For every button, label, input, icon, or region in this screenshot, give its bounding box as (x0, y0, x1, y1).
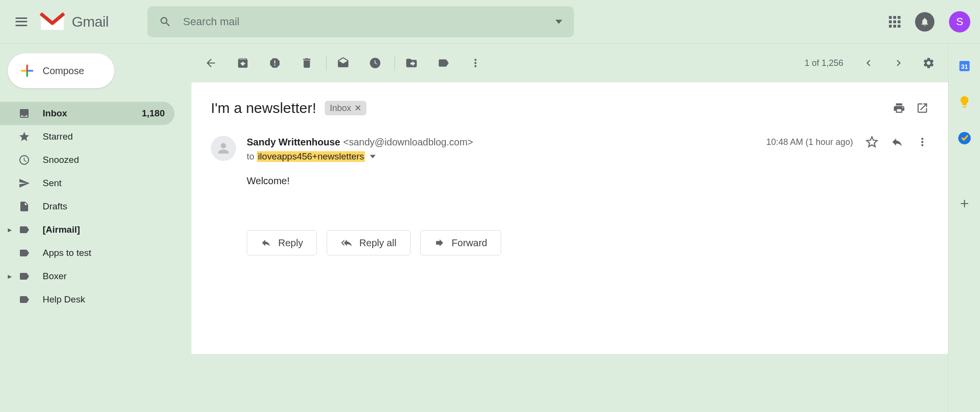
message-timestamp: 10:48 AM (1 hour ago) (766, 137, 853, 147)
chip-label: Inbox (330, 103, 351, 113)
notifications-button[interactable] (915, 12, 934, 32)
recipient-details-dropdown[interactable] (370, 155, 376, 158)
folder-label: Sent (43, 178, 165, 189)
chip-remove-icon[interactable]: ✕ (354, 103, 362, 113)
gmail-logo[interactable]: Gmail (39, 12, 109, 32)
compose-button[interactable]: Compose (8, 53, 114, 88)
mark-unread-button[interactable] (333, 53, 353, 73)
svg-rect-0 (26, 65, 28, 70)
folder-label: Help Desk (43, 294, 165, 305)
folder-apps-to-test[interactable]: Apps to test (0, 241, 174, 265)
inbox-icon (17, 107, 31, 120)
message-subject: I'm a newsletter! (211, 100, 316, 116)
search-bar[interactable] (147, 6, 574, 37)
labels-button[interactable] (434, 53, 453, 73)
message-more-button[interactable] (916, 136, 929, 148)
folder-label: Starred (43, 131, 165, 142)
folder-starred[interactable]: Starred (0, 125, 174, 148)
folder-inbox[interactable]: Inbox 1,180 (0, 102, 174, 125)
prev-button[interactable] (859, 53, 878, 73)
toolbar-separator (395, 55, 395, 71)
svg-text:31: 31 (961, 63, 967, 70)
reply-label: Reply (278, 238, 303, 249)
archive-button[interactable] (233, 53, 253, 73)
reply-icon-button[interactable] (891, 136, 903, 148)
plus-icon (19, 63, 35, 79)
expand-caret-icon[interactable]: ▶ (8, 273, 15, 280)
search-icon[interactable] (159, 16, 172, 28)
app-header: Gmail S (0, 0, 980, 44)
folder-label: Snoozed (43, 155, 165, 165)
snooze-button[interactable] (365, 53, 385, 73)
svg-rect-4 (26, 70, 28, 72)
send-icon (17, 176, 31, 190)
main-menu-button[interactable] (10, 10, 33, 33)
calendar-addon[interactable]: 31 (957, 58, 972, 73)
sender-email: <sandy@idownloadblog.com> (343, 137, 473, 148)
star-toggle[interactable] (866, 136, 878, 148)
folder-count: 1,180 (142, 108, 165, 119)
next-button[interactable] (889, 53, 908, 73)
compose-label: Compose (43, 65, 84, 77)
avatar-initial: S (956, 16, 964, 28)
clock-icon (17, 153, 31, 167)
message-card: I'm a newsletter! Inbox ✕ Sandy Writtenh… (191, 82, 948, 354)
report-spam-button[interactable] (265, 53, 285, 73)
print-button[interactable] (893, 102, 905, 114)
pager-label: 1 of 1,256 (805, 58, 843, 68)
folder-label: [Airmail] (43, 224, 165, 235)
back-button[interactable] (201, 53, 221, 73)
right-side-panel: 31 (948, 44, 980, 412)
search-input[interactable] (183, 16, 548, 28)
to-address: iloveapps456+newsletters (257, 151, 365, 162)
more-button[interactable] (466, 53, 485, 73)
folder-boxer[interactable]: ▶ Boxer (0, 265, 174, 288)
open-new-window-button[interactable] (916, 102, 929, 114)
delete-button[interactable] (297, 53, 316, 73)
label-icon (17, 293, 31, 306)
gmail-m-icon (39, 12, 66, 32)
reply-button[interactable]: Reply (247, 230, 317, 255)
reply-all-button[interactable]: Reply all (327, 230, 411, 255)
message-toolbar: 1 of 1,256 (191, 44, 948, 82)
folder-label: Drafts (43, 201, 165, 212)
hamburger-icon (16, 17, 27, 26)
folder-label: Boxer (43, 271, 165, 282)
forward-label: Forward (452, 238, 487, 249)
keep-addon[interactable] (957, 95, 972, 109)
message-body: Welcome! (247, 175, 929, 187)
svg-rect-1 (28, 70, 33, 72)
inbox-label-chip[interactable]: Inbox ✕ (325, 101, 366, 115)
folder-label: Inbox (43, 108, 142, 119)
account-avatar[interactable]: S (949, 11, 970, 32)
main-pane: 1 of 1,256 I'm a newsletter! Inbox ✕ (191, 44, 948, 412)
expand-caret-icon[interactable]: ▶ (8, 227, 15, 233)
toolbar-separator (326, 55, 327, 71)
to-prefix: to (247, 151, 254, 162)
tasks-addon[interactable] (957, 131, 972, 145)
folder-airmail[interactable]: ▶ [Airmail] (0, 218, 174, 241)
move-to-button[interactable] (402, 53, 421, 73)
svg-rect-3 (21, 70, 27, 72)
star-icon (17, 130, 31, 143)
folder-drafts[interactable]: Drafts (0, 195, 174, 218)
settings-button[interactable] (919, 53, 938, 73)
folder-snoozed[interactable]: Snoozed (0, 148, 174, 172)
folder-sent[interactable]: Sent (0, 172, 174, 195)
sender-avatar[interactable] (211, 136, 236, 161)
search-options-dropdown[interactable] (555, 19, 562, 24)
draft-icon (17, 200, 31, 213)
sender-name: Sandy Writtenhouse (247, 137, 340, 148)
forward-button[interactable]: Forward (420, 230, 501, 255)
reply-all-label: Reply all (359, 238, 396, 249)
folder-list: Inbox 1,180 Starred Snoozed Sent Drafts … (0, 102, 179, 311)
get-addons-button[interactable] (957, 196, 972, 211)
folder-help-desk[interactable]: Help Desk (0, 288, 174, 311)
svg-rect-2 (26, 72, 28, 77)
sidebar: Compose Inbox 1,180 Starred Snoozed Sent… (0, 44, 179, 412)
label-icon (17, 269, 31, 283)
google-apps-button[interactable] (889, 16, 901, 28)
app-name: Gmail (72, 14, 109, 30)
folder-label: Apps to test (43, 248, 165, 258)
label-icon (17, 246, 31, 260)
